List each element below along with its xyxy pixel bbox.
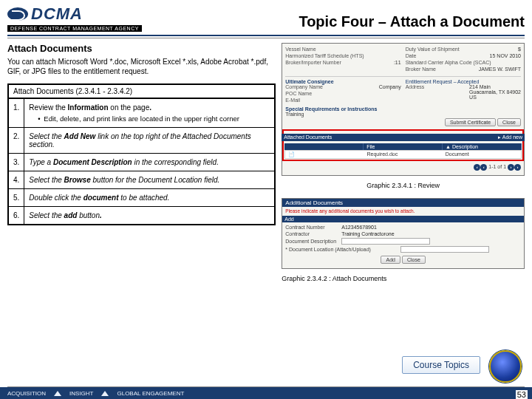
course-topics-button[interactable]: Course Topics (402, 356, 480, 374)
topic-title: Topic Four – Attach a Document (142, 13, 525, 32)
logo-text: DCMA (31, 4, 83, 24)
screenshot-attach: Additional Documents Please indicate any… (282, 198, 525, 269)
logo-subtitle: DEFENSE CONTRACT MANAGEMENT AGENCY (7, 25, 142, 32)
step-text: Review the Information on the page. •Edi… (24, 98, 275, 128)
step-text: Double click the document to be attached… (24, 189, 275, 207)
step-text: Select the add button. (24, 207, 275, 225)
doc-location-input[interactable] (400, 246, 489, 253)
step-num: 5. (8, 189, 24, 207)
steps-table: Attach Documents (2.3.4.1 - 2.3.4.2) 1. … (7, 83, 276, 225)
triangle-icon (101, 391, 109, 396)
section-title: Attach Documents (7, 43, 276, 54)
step-text: Select the Add New link on the top right… (24, 128, 275, 154)
dcma-logo: DCMA DEFENSE CONTRACT MANAGEMENT AGENCY (7, 4, 142, 32)
close-button[interactable]: Close (497, 118, 521, 126)
graphic-caption-1: Graphic 2.3.4.1 : Review (282, 182, 525, 189)
agency-seal-icon (489, 350, 522, 383)
step-text: Select the Browse button for the Documen… (24, 171, 275, 189)
close-button-2[interactable]: Close (402, 256, 426, 264)
screenshot-review: Vessel Name Harmonized Tariff Schedule (… (282, 43, 525, 176)
section-intro: You can attach Microsoft Word *.doc, Mic… (7, 57, 276, 76)
step-num: 2. (8, 128, 24, 154)
page-number: 53 (516, 390, 528, 399)
footer: ACQUISITION INSIGHT GLOBAL ENGAGEMENT 53 (0, 387, 532, 399)
step-num: 3. (8, 154, 24, 171)
step-text: Type a Document Description in the corre… (24, 154, 275, 171)
add-button[interactable]: Add (381, 256, 400, 264)
steps-header: Attach Documents (2.3.4.1 - 2.3.4.2) (8, 84, 275, 98)
step-num: 1. (8, 98, 24, 128)
submit-certificate-button[interactable]: Submit Certificate (445, 118, 496, 126)
doc-description-input[interactable] (341, 238, 430, 245)
dcma-logo-icon (7, 7, 28, 21)
pager[interactable]: ‹‹ 1-1 of 1 ›› (285, 163, 521, 172)
step-num: 6. (8, 207, 24, 225)
graphic-caption-2: Graphic 2.3.4.2 : Attach Documents (282, 275, 525, 282)
step-num: 4. (8, 171, 24, 189)
add-new-link[interactable]: ▸ Add new (498, 134, 522, 140)
triangle-icon (54, 391, 61, 396)
